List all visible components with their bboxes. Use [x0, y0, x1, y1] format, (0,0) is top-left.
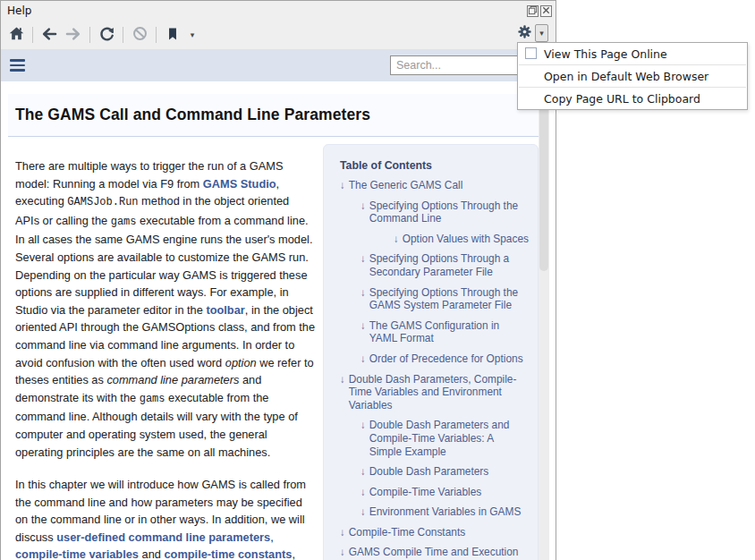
float-icon [528, 5, 538, 18]
bookmark-dropdown-button[interactable]: ▾ [187, 25, 198, 45]
down-arrow-icon: ↓ [361, 505, 366, 519]
gear-icon [517, 24, 532, 42]
toc-item[interactable]: ↓Compile-Time Constants [333, 526, 529, 539]
toolbar-separator [123, 27, 123, 43]
close-window-button[interactable] [540, 5, 552, 17]
toc-item-label: Double Dash Parameters [369, 465, 489, 479]
vertical-scrollbar[interactable] [539, 81, 549, 560]
text-segment: gams [140, 393, 165, 405]
toc-item-label: Double Dash Parameters, Compile-Time Var… [349, 373, 529, 412]
back-arrow-icon [40, 25, 58, 46]
toc-item[interactable]: ↓The GAMS Configuration in YAML Format [333, 319, 529, 345]
home-icon [8, 25, 25, 45]
toc-item-label: Specifying Options Through the GAMS Syst… [369, 286, 529, 312]
page-title: The GAMS Call and Command Line Parameter… [8, 106, 370, 124]
settings-button[interactable] [516, 24, 532, 42]
inline-link[interactable]: compile-time constants [164, 547, 292, 560]
menu-item-open-browser[interactable]: Open in Default Web Browser [518, 65, 747, 87]
toc-item-label: Compile-Time Constants [349, 526, 465, 539]
toc-list: ↓The Generic GAMS Call↓Specifying Option… [333, 179, 529, 560]
toc-item-label: The Generic GAMS Call [349, 179, 463, 192]
menu-item-label: Copy Page URL to Clipboard [544, 92, 700, 106]
text-segment: option [225, 356, 257, 369]
toolbar-separator [32, 27, 33, 43]
down-arrow-icon: ↓ [361, 352, 366, 366]
settings-dropdown-button[interactable]: ▾ [535, 24, 548, 42]
home-button[interactable] [6, 25, 26, 45]
down-arrow-icon: ↓ [361, 465, 366, 479]
settings-cluster: ▾ [516, 24, 548, 42]
toc-item[interactable]: ↓Double Dash Parameters [333, 465, 529, 479]
down-arrow-icon: ↓ [340, 546, 345, 560]
down-arrow-icon: ↓ [361, 419, 366, 458]
toc-item[interactable]: ↓Order of Precedence for Options [333, 352, 529, 366]
toolbar-separator [156, 27, 157, 43]
text-segment: command line parameters [106, 373, 239, 386]
text-segment: gams [111, 216, 137, 228]
settings-menu: View This Page Online Open in Default We… [517, 42, 748, 110]
inline-link[interactable]: compile-time variables [15, 547, 139, 560]
stop-button[interactable] [130, 25, 149, 45]
paragraph: In this chapter we will introduce how GA… [15, 476, 316, 560]
stop-icon [131, 25, 148, 45]
toc-item[interactable]: ↓Specifying Options Through the Command … [333, 199, 529, 225]
down-arrow-icon: ↓ [394, 233, 399, 246]
content-columns: There are multiple ways to trigger the r… [1, 137, 556, 560]
toc-title: Table of Contents [340, 159, 529, 172]
document-viewport: The GAMS Call and Command Line Parameter… [1, 81, 556, 560]
down-arrow-icon: ↓ [361, 199, 366, 225]
toc-item[interactable]: ↓Specifying Options Through a Secondary … [333, 252, 529, 278]
text-segment: and [139, 547, 164, 560]
bookmark-button[interactable] [163, 25, 182, 45]
chevron-down-icon: ▾ [539, 30, 544, 38]
toc-item-label: Order of Precedence for Options [369, 352, 523, 366]
toc-item[interactable]: ↓Option Values with Spaces [333, 233, 529, 246]
forward-arrow-icon [64, 25, 82, 46]
toolbar-separator [89, 27, 90, 43]
toc-item[interactable]: ↓Specifying Options Through the GAMS Sys… [333, 286, 529, 312]
toc-item-label: The GAMS Configuration in YAML Format [369, 319, 529, 345]
forward-button[interactable] [64, 25, 83, 45]
search-input[interactable] [390, 55, 520, 75]
menu-item-label: View This Page Online [544, 47, 667, 61]
menu-item-view-online[interactable]: View This Page Online [518, 43, 747, 64]
page-header: The GAMS Call and Command Line Parameter… [8, 94, 539, 137]
down-arrow-icon: ↓ [361, 252, 366, 278]
help-window: Help [0, 0, 556, 560]
close-icon [541, 5, 551, 18]
toc-item[interactable]: ↓Compile-Time Variables [333, 486, 529, 499]
down-arrow-icon: ↓ [340, 526, 345, 539]
down-arrow-icon: ↓ [361, 486, 366, 499]
window-title: Help [7, 4, 31, 17]
down-arrow-icon: ↓ [361, 286, 366, 312]
inline-link[interactable]: toolbar [206, 303, 244, 317]
navigation-toolbar: ▾ [1, 21, 556, 49]
bookmark-icon [165, 26, 181, 45]
inline-link[interactable]: user-defined command line parameters [56, 530, 270, 544]
text-segment: , [270, 530, 274, 544]
toc-item-label: Compile-Time Variables [369, 486, 482, 499]
down-arrow-icon: ↓ [340, 179, 345, 192]
chevron-down-icon: ▾ [191, 31, 195, 39]
toc-toggle-button[interactable] [10, 56, 30, 74]
scrollbar-thumb[interactable] [539, 83, 548, 271]
down-arrow-icon: ↓ [340, 373, 345, 412]
toc-item-label: Specifying Options Through the Command L… [369, 199, 529, 225]
desktop: Help [0, 0, 755, 560]
menu-item-copy-url[interactable]: Copy Page URL to Clipboard [518, 88, 747, 109]
float-window-button[interactable] [527, 5, 539, 17]
back-button[interactable] [39, 25, 59, 45]
checkbox-icon [525, 47, 537, 59]
window-titlebar[interactable]: Help [1, 1, 556, 21]
down-arrow-icon: ↓ [361, 319, 366, 345]
toc-item[interactable]: ↓GAMS Compile Time and Execution Time Ph… [333, 546, 529, 560]
inline-link[interactable]: GAMS Studio [203, 177, 276, 191]
text-segment: executable from a command line. In all c… [15, 214, 312, 317]
toc-item[interactable]: ↓The Generic GAMS Call [333, 179, 529, 192]
toc-item-label: Environment Variables in GAMS [369, 505, 522, 519]
toc-item[interactable]: ↓Double Dash Parameters and Compile-Time… [333, 419, 529, 458]
table-of-contents: Table of Contents ↓The Generic GAMS Call… [323, 144, 539, 560]
toc-item[interactable]: ↓Environment Variables in GAMS [333, 505, 529, 519]
reload-button[interactable] [97, 25, 116, 45]
toc-item[interactable]: ↓Double Dash Parameters, Compile-Time Va… [333, 373, 529, 412]
